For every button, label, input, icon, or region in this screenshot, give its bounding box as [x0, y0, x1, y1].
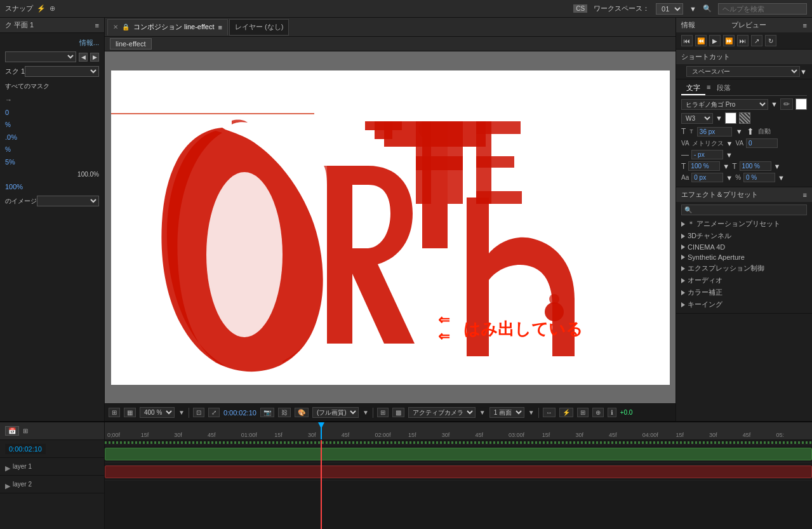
comp-tab[interactable]: ✕ 🔒 コンポジション line-effect ≡ — [107, 19, 228, 36]
bg-color-swatch[interactable] — [725, 112, 736, 124]
camera-btn[interactable]: 📷 — [260, 408, 274, 417]
track-row-1[interactable] — [105, 445, 812, 463]
text-menu-icon[interactable]: ≡ — [705, 82, 712, 95]
comp-name-bar: line-effect — [105, 37, 676, 51]
track1-expand-icon[interactable]: ▶ — [5, 464, 10, 469]
weight-select[interactable]: W3 — [681, 113, 713, 124]
preview-menu-icon[interactable]: ≡ — [803, 22, 807, 29]
deg-input[interactable] — [743, 173, 775, 182]
effects-item-label-1: 3Dチャンネル — [688, 231, 731, 241]
track-row-2[interactable] — [105, 463, 812, 481]
timeline-tracks[interactable] — [105, 440, 812, 529]
deg-arrow[interactable]: ▼ — [778, 174, 785, 182]
effects-item-2[interactable]: CINEMA 4D — [681, 242, 807, 252]
quality-select[interactable]: (フル画質) — [312, 407, 359, 418]
striped-swatch[interactable] — [739, 112, 750, 124]
nav-right[interactable]: ▶ — [90, 53, 99, 62]
px2-input[interactable] — [691, 173, 723, 182]
help-search-input[interactable] — [718, 3, 807, 15]
region-btn[interactable]: ⊞ — [377, 408, 389, 417]
pct2-arrow[interactable]: ▼ — [774, 163, 781, 170]
zoom-arrow[interactable]: ▼ — [178, 409, 185, 416]
prev-play-btn[interactable]: ▶ — [709, 35, 721, 46]
effects-item-6[interactable]: カラー補正 — [681, 286, 807, 298]
weight-arrow[interactable]: ▼ — [715, 114, 722, 122]
prev-fwd-btn[interactable]: ⏩ — [723, 35, 735, 46]
metrics-row: VA メトリクス ▼ VA — [681, 138, 807, 148]
view-arrow[interactable]: ▼ — [528, 409, 535, 416]
effects-item-5[interactable]: オーディオ — [681, 274, 807, 286]
tab-paragraph[interactable]: 段落 — [712, 82, 736, 95]
effects-item-1[interactable]: 3Dチャンネル — [681, 230, 807, 242]
workspace-dropdown[interactable]: 01 — [656, 3, 683, 15]
zoom-select[interactable]: 400 % — [140, 407, 175, 418]
chain-btn[interactable]: ⛓ — [278, 408, 291, 417]
effects-search-input[interactable] — [681, 204, 807, 215]
home-btn[interactable]: ⊞ — [109, 408, 120, 417]
prev-last-btn[interactable]: ⏭ — [737, 35, 749, 46]
ruler-mark-6: 30f — [308, 432, 342, 438]
px2-arrow[interactable]: ▼ — [726, 174, 733, 182]
camera-select[interactable]: アクティブカメラ — [408, 407, 476, 418]
effects-menu-icon[interactable]: ≡ — [803, 191, 807, 199]
left-panel-menu-icon[interactable]: ≡ — [95, 22, 99, 29]
pencil-icon[interactable]: ✏ — [780, 98, 793, 110]
pct2-input[interactable] — [740, 161, 771, 171]
prev-first-btn[interactable]: ⏮ — [681, 35, 693, 46]
guide-btn[interactable]: ⊕ — [592, 408, 604, 417]
prev-loop-btn[interactable]: ↻ — [765, 35, 776, 46]
render-btn[interactable]: ⚡ — [559, 408, 573, 417]
quality-arrow[interactable]: ▼ — [363, 409, 369, 416]
snap-btn[interactable]: ↔ — [543, 408, 556, 417]
px-arrow[interactable]: ▼ — [726, 151, 733, 159]
alpha-btn[interactable]: ▩ — [392, 408, 404, 417]
shortcut-dropdown-arrow[interactable]: ▼ — [800, 68, 807, 76]
transform-btn[interactable]: ⤢ — [208, 408, 220, 417]
shortcut-select[interactable]: スペースバー — [686, 66, 800, 77]
playhead[interactable] — [321, 422, 322, 439]
font-arrow[interactable]: ▼ — [771, 100, 778, 108]
color-btn[interactable]: 🎨 — [295, 408, 309, 417]
metrics-arrow[interactable]: ▼ — [726, 140, 733, 147]
px-input[interactable] — [691, 150, 723, 159]
layer-tab[interactable]: レイヤー (なし) — [229, 19, 289, 36]
image-select[interactable] — [37, 196, 99, 206]
effects-item-0[interactable]: ＊ アニメーションプリセット — [681, 218, 807, 230]
prev-back-btn[interactable]: ⏪ — [695, 35, 707, 46]
metrics-val-input[interactable] — [746, 138, 778, 148]
track2-expand-icon[interactable]: ▶ — [5, 482, 10, 487]
prev-export-btn[interactable]: ↗ — [751, 35, 762, 46]
tab-text[interactable]: 文字 — [681, 82, 705, 95]
ruler-mark-18: 30f — [709, 432, 743, 438]
timeline-calendar-btn[interactable]: 📅 — [5, 426, 19, 436]
camera-arrow[interactable]: ▼ — [479, 409, 486, 416]
info-link[interactable]: 情報... — [79, 39, 99, 46]
workspace-dropdown-arrow[interactable]: ▼ — [689, 5, 696, 13]
nav-left[interactable]: ◀ — [79, 53, 88, 62]
font-size-input[interactable] — [697, 127, 732, 137]
view-select[interactable]: 1 画面 — [489, 407, 524, 418]
font-color-swatch[interactable] — [795, 98, 807, 110]
comp-tab-menu-icon[interactable]: ≡ — [218, 23, 222, 31]
grid-btn[interactable]: ▦ — [124, 408, 136, 417]
layer-select[interactable] — [5, 51, 76, 62]
tab-close-icon[interactable]: ✕ — [113, 23, 118, 30]
shortcut-section: ショートカット スペースバー ▼ — [676, 50, 812, 79]
canvas-area[interactable]: ⇐ ⇐ はみ出している — [105, 51, 676, 403]
font-select[interactable]: ヒラギノ角ゴ Pro — [681, 99, 768, 110]
effects-item-4[interactable]: エクスプレッション制御 — [681, 262, 807, 274]
effects-item-7[interactable]: キーイング — [681, 298, 807, 311]
timeline-ruler: 0;00f 15f 30f 45f 01:00f 15f 30f 45f 02:… — [105, 422, 812, 439]
info-btn[interactable]: ℹ — [608, 408, 616, 417]
mask-select[interactable] — [25, 66, 99, 77]
resize-btn[interactable]: ⊡ — [193, 408, 204, 417]
ruler-mark-14: 30f — [575, 432, 609, 438]
effects-item-3[interactable]: Synthetic Aperture — [681, 252, 807, 262]
effects-header[interactable]: エフェクト＆プリセット ≡ — [676, 187, 812, 202]
pct1-input[interactable] — [688, 161, 720, 171]
grid2-btn[interactable]: ⊞ — [577, 408, 589, 417]
pct1-arrow[interactable]: ▼ — [722, 163, 729, 170]
expand-icon-0 — [681, 222, 685, 227]
info-preview-header[interactable]: 情報 プレビュー ≡ — [676, 18, 812, 32]
font-size-arrow[interactable]: ▼ — [736, 128, 743, 135]
